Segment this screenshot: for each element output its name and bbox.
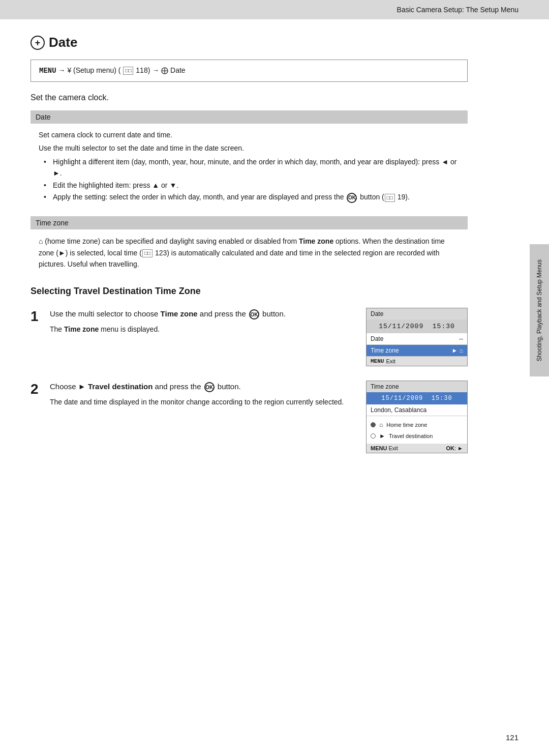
menu-path-ref1: □□ (123, 67, 133, 75)
home-label: Home time zone (386, 422, 427, 428)
radio-travel (371, 433, 376, 439)
cam-ui-1-title: Date (367, 308, 467, 319)
date-section-header: Date (30, 110, 468, 124)
travel-arrow-icon: ► (379, 432, 385, 440)
menu-exit-1: Exit (386, 358, 395, 364)
date-line-1: Set camera clock to current date and tim… (39, 130, 460, 141)
cam-ui-2-bottom: MENU Exit OK: ► (367, 444, 467, 453)
time-zone-content: ⌂ (home time zone) can be specified and … (30, 229, 468, 277)
date-bullet-3: Apply the setting: select the order in w… (44, 192, 460, 203)
cam-row-timezone-arrow: ► ⌂ (452, 347, 463, 354)
cam-ui-2-option-home: ⌂ Home time zone (367, 419, 467, 430)
menu-path-box: MENU → ¥ (Setup menu) ( □□ 118) → ⨁ Date (30, 60, 468, 82)
menu-path-setup: ¥ (Setup menu) ( (67, 66, 120, 74)
cam-ui-1: Date 15/11/2009 15:30 Date -- Time zone … (366, 308, 468, 366)
ref-box-19: □□ (385, 194, 395, 202)
cam-ui-1-row-date: Date -- (367, 333, 467, 345)
cam-ui-2: Time zone 15/11/2009 15:30 London, Casab… (366, 381, 468, 453)
step-2-row: 2 Choose ► Travel destination and press … (30, 381, 468, 453)
step-1-number: 1 (30, 308, 50, 325)
date-section: Date Set camera clock to current date an… (30, 110, 468, 213)
step-2-text: Choose ► Travel destination and press th… (50, 381, 366, 408)
cam-row-timezone-label: Time zone (371, 347, 450, 354)
time-zone-header: Time zone (30, 216, 468, 229)
menu-path-arrow1: → (58, 66, 68, 74)
cam-ui-2-city: London, Casablanca (367, 404, 467, 416)
right-tab: Shooting, Playback and Setup Menus (530, 244, 549, 376)
page: Basic Camera Setup: The Setup Menu Shoot… (0, 0, 549, 756)
home-icon: ⌂ (379, 421, 383, 428)
date-bullet-1: Highlight a different item (day, month, … (44, 157, 460, 179)
cam-ui-2-datetime: 15/11/2009 15:30 (367, 392, 467, 404)
ok-icon-step1: OK (249, 309, 259, 319)
step-1-image: Date 15/11/2009 15:30 Date -- Time zone … (366, 308, 468, 366)
cam-ui2-ok: OK: ► (446, 445, 464, 451)
menu-path-text: MENU (39, 67, 56, 75)
travel-label: Travel destination (389, 433, 433, 439)
travel-heading: Selecting Travel Destination Time Zone (30, 286, 468, 297)
date-line-2: Use the multi selector to set the date a… (39, 143, 460, 154)
menu-path-num1: 118) → (136, 66, 161, 74)
cam-row-date-label: Date (371, 335, 457, 342)
step-1-row: 1 Use the multi selector to choose Time … (30, 308, 468, 366)
step-2-number: 2 (30, 381, 50, 398)
ok-icon-inline: OK (347, 193, 357, 203)
step-2-instruction: Choose ► Travel destination and press th… (50, 381, 356, 392)
intro-text: Set the camera clock. (30, 93, 468, 102)
page-number: 121 (506, 733, 518, 742)
time-zone-text: ⌂ (home time zone) can be specified and … (39, 236, 460, 270)
cam-ui-2-title: Time zone (367, 381, 467, 392)
step-2-subtext: The date and time displayed in the monit… (50, 397, 356, 408)
time-zone-section: Time zone ⌂ (home time zone) can be spec… (30, 216, 468, 277)
main-content: Date MENU → ¥ (Setup menu) ( □□ 118) → ⨁… (0, 19, 508, 488)
cam-ui-1-datetime: 15/11/2009 15:30 (367, 319, 467, 333)
menu-path-clock: ⨁ Date (161, 66, 185, 74)
right-tab-text: Shooting, Playback and Setup Menus (535, 259, 544, 361)
step-1-text: Use the multi selector to choose Time zo… (50, 308, 366, 335)
ref-box-123: □□ (142, 249, 152, 257)
cam-ui2-menu-exit: MENU Exit (371, 445, 398, 451)
date-section-content: Set camera clock to current date and tim… (30, 124, 468, 213)
menu-key-1: MENU (371, 358, 384, 364)
cam-ui-1-row-timezone: Time zone ► ⌂ (367, 345, 467, 357)
cam-ui-2-option-travel: ► Travel destination (367, 430, 467, 442)
date-bullets: Highlight a different item (day, month, … (44, 157, 460, 203)
date-icon (30, 36, 45, 50)
step-1-subtext: The Time zone menu is displayed. (50, 324, 356, 335)
page-title-row: Date (30, 35, 468, 50)
step-2-image: Time zone 15/11/2009 15:30 London, Casab… (366, 381, 468, 453)
radio-home (371, 422, 376, 427)
page-title: Date (49, 35, 77, 50)
date-bullet-2: Edit the highlighted item: press ▲ or ▼. (44, 180, 460, 191)
top-bar: Basic Camera Setup: The Setup Menu (0, 0, 549, 19)
step-1-instruction: Use the multi selector to choose Time zo… (50, 308, 356, 319)
cam-row-date-right: -- (459, 335, 463, 342)
cam-ui-1-menubar: MENU Exit (367, 357, 467, 366)
header-title: Basic Camera Setup: The Setup Menu (397, 6, 518, 14)
steps-area: 1 Use the multi selector to choose Time … (30, 308, 468, 468)
ok-icon-step2: OK (204, 382, 215, 392)
